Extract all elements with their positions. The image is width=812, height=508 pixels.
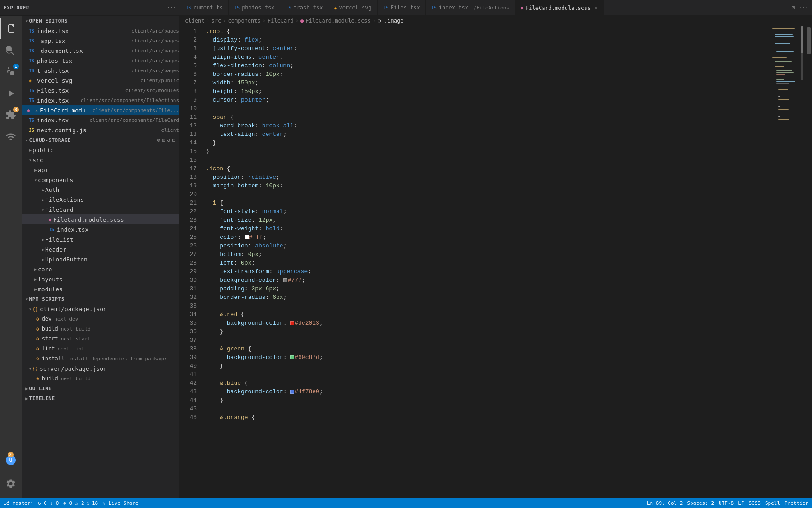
tree-filecard-module-scss[interactable]: ● FileCard.module.scss (22, 214, 179, 224)
npm-scripts-section: ▾ NPM SCRIPTS ▾ {} client/package.json ⚙… (22, 294, 179, 383)
tab-index[interactable]: TSindex.tsx…/FileActions (426, 0, 515, 15)
close-button[interactable]: ✕ (35, 108, 38, 113)
activity-extensions[interactable]: 3 (0, 104, 22, 126)
timeline-header[interactable]: ▶ TIMELINE (22, 393, 179, 403)
open-editor-next-config[interactable]: JS next.config.js client (22, 125, 179, 135)
status-encoding[interactable]: UTF-8 (719, 500, 734, 506)
npm-scripts-header[interactable]: ▾ NPM SCRIPTS (22, 294, 179, 304)
activity-account[interactable]: U 2 (5, 449, 16, 471)
open-editor-document[interactable]: TS _document.tsx client/src/pages (22, 46, 179, 56)
cloud-storage-header[interactable]: ▾ CLOUD-STORAGE ⊕ ⊞ ↺ ⊟ (22, 135, 179, 145)
activity-remote[interactable] (0, 126, 22, 148)
svg-rect-6 (775, 40, 789, 40)
split-editor-icon[interactable]: ⊡ (792, 5, 795, 11)
explorer-more-button[interactable]: ··· (167, 5, 176, 11)
more-actions-icon[interactable]: ··· (798, 5, 808, 11)
tab-bar-right-icons: ⊡··· (792, 5, 812, 11)
tab-trash[interactable]: TStrash.tsx (280, 0, 328, 15)
open-editor-vercel[interactable]: ◈ vercel.svg client/public (22, 75, 179, 85)
tree-header[interactable]: ▶ Header (22, 244, 179, 254)
script-run-icon: ⚙ (36, 326, 39, 332)
new-file-icon[interactable]: ⊕ (157, 137, 161, 143)
tab-photos[interactable]: TSphotos.tsx (229, 0, 280, 15)
breadcrumb-selector[interactable]: ⚙ .image (378, 18, 404, 24)
open-editor-trash[interactable]: TS trash.tsx client/src/pages (22, 65, 179, 75)
tab-cument[interactable]: TScument.ts (180, 0, 229, 15)
tab-vercel[interactable]: ◈vercel.svg (328, 0, 377, 15)
open-editor-index-pages[interactable]: TS index.tsx client/src/pages (22, 26, 179, 36)
npm-script-start[interactable]: ⚙ start next start (22, 334, 179, 344)
tree-layouts[interactable]: ▶ layouts (22, 274, 179, 284)
scrollbar-thumb[interactable] (807, 27, 811, 54)
status-line-ending[interactable]: LF (738, 500, 744, 506)
refresh-icon[interactable]: ↺ (167, 137, 171, 143)
ts-icon: TS (29, 118, 35, 123)
status-language[interactable]: SCSS (748, 500, 761, 506)
script-run-icon: ⚙ (36, 336, 39, 342)
tree-filecard-index[interactable]: TS index.tsx (22, 224, 179, 234)
activity-explorer[interactable] (0, 18, 22, 39)
tab-close-button[interactable]: ✕ (595, 5, 598, 10)
tree-components[interactable]: ▾ components (22, 175, 179, 185)
activity-source-control[interactable]: 1 (0, 61, 22, 83)
svg-rect-7 (775, 42, 788, 42)
npm-script-install[interactable]: ⚙ install install dependencies from pack… (22, 354, 179, 364)
tree-core[interactable]: ▶ core (22, 264, 179, 274)
collapse-icon[interactable]: ⊟ (172, 137, 175, 143)
tab-filecard-scss[interactable]: ●FileCard.module.scss✕ (515, 0, 604, 15)
open-editors-header[interactable]: ▾ OPEN EDITORS (22, 16, 179, 26)
ts-icon: TS (186, 5, 191, 10)
npm-server-package[interactable]: ▾ {} server/package.json (22, 364, 179, 373)
status-sync[interactable]: ↻ 0 ↓ 0 (38, 500, 59, 506)
tab-files[interactable]: TSFiles.tsx (378, 0, 426, 15)
breadcrumb-filename[interactable]: FileCard.module.scss (305, 18, 371, 24)
scrollbar-track[interactable] (806, 26, 812, 498)
breadcrumb-src[interactable]: src (212, 18, 221, 24)
status-spell[interactable]: Spell (765, 500, 780, 506)
extensions-badge: 3 (13, 107, 19, 112)
tree-uploadbutton[interactable]: ▶ UploadButton (22, 254, 179, 264)
svg-rect-38 (801, 26, 803, 53)
tree-filelist[interactable]: ▶ FileList (22, 234, 179, 244)
status-errors[interactable]: ⊗ 0 ⚠ 2 ℹ 18 (63, 500, 98, 506)
tree-fileactions[interactable]: ▶ FileActions (22, 195, 179, 205)
tabs-container: TScument.tsTSphotos.tsxTStrash.tsx◈verce… (180, 0, 812, 15)
new-folder-icon[interactable]: ⊞ (162, 137, 166, 143)
npm-script-build[interactable]: ⚙ build next build (22, 324, 179, 334)
tree-src[interactable]: ▾ src (22, 155, 179, 165)
tree-public[interactable]: ▶ public (22, 145, 179, 155)
open-editor-index-filecard[interactable]: TS index.tsx client/src/components/FileC… (22, 115, 179, 125)
npm-script-server-build[interactable]: ⚙ build nest build (22, 373, 179, 383)
breadcrumb-filecard[interactable]: FileCard (268, 18, 294, 24)
tree-api[interactable]: ▶ api (22, 165, 179, 175)
status-position[interactable]: Ln 69, Col 2 (647, 500, 683, 506)
npm-script-dev[interactable]: ⚙ dev next dev (22, 314, 179, 324)
cloud-storage-label: CLOUD-STORAGE (29, 137, 71, 143)
open-editor-filecard-scss[interactable]: ● ✕ FileCard.module.scss client/src/comp… (22, 105, 179, 115)
open-editor-app[interactable]: TS _app.tsx client/src/pages (22, 36, 179, 46)
open-editor-files[interactable]: TS Files.tsx client/src/modules (22, 85, 179, 95)
code-content[interactable]: .root { display: flex; justify-content: … (202, 26, 770, 498)
breadcrumb-components[interactable]: components (228, 18, 261, 24)
npm-script-lint[interactable]: ⚙ lint next lint (22, 344, 179, 354)
tree-auth[interactable]: ▶ Auth (22, 185, 179, 195)
status-branch[interactable]: ⎇ master* (4, 500, 33, 506)
status-spaces[interactable]: Spaces: 2 (687, 500, 714, 506)
svg-rect-20 (776, 76, 793, 76)
outline-header[interactable]: ▶ OUTLINE (22, 383, 179, 393)
tree-modules[interactable]: ▶ modules (22, 284, 179, 294)
npm-client-package[interactable]: ▾ {} client/package.json (22, 304, 179, 314)
open-editor-index-fileactions[interactable]: TS index.tsx client/src/components/FileA… (22, 95, 179, 105)
activity-search[interactable] (0, 39, 22, 61)
breadcrumb-client[interactable]: client (185, 18, 204, 24)
open-editors-label: OPEN EDITORS (29, 18, 68, 24)
svg-rect-11 (776, 51, 794, 52)
tree-filecard[interactable]: ▾ FileCard (22, 205, 179, 214)
activity-run[interactable] (0, 83, 22, 104)
open-editor-photos[interactable]: TS photos.tsx client/src/pages (22, 56, 179, 65)
activity-settings[interactable] (5, 473, 16, 494)
status-live-share[interactable]: ⇆ Live Share (102, 500, 138, 506)
svg-rect-30 (778, 99, 789, 100)
svg-rect-36 (778, 119, 789, 120)
status-prettier[interactable]: Prettier (784, 500, 808, 506)
